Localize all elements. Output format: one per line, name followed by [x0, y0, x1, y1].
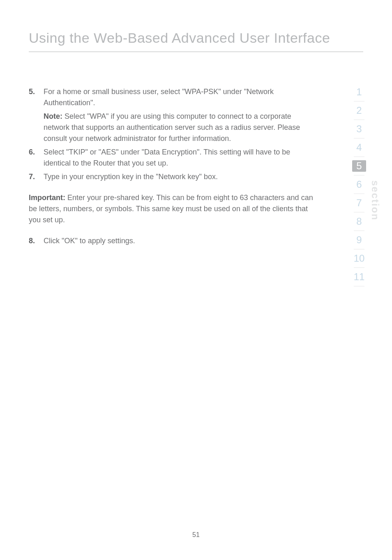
step-8-body: Click "OK" to apply settings.	[44, 235, 316, 247]
section-nav-sep	[354, 212, 364, 212]
section-nav-sep	[354, 157, 364, 157]
step-8: 8. Click "OK" to apply settings.	[29, 235, 316, 247]
page: Using the Web-Based Advanced User Interf…	[0, 0, 392, 560]
section-nav-7[interactable]: 7	[353, 197, 365, 209]
step-8-marker: 8.	[29, 235, 44, 247]
step-7-marker: 7.	[29, 171, 44, 182]
section-nav-sep	[354, 101, 364, 101]
step-5-note-label: Note:	[44, 112, 62, 120]
section-nav-10[interactable]: 10	[353, 253, 365, 264]
section-nav-9[interactable]: 9	[353, 234, 365, 246]
section-nav-3[interactable]: 3	[353, 123, 365, 135]
section-nav-sep	[354, 267, 364, 268]
title-underline	[29, 51, 363, 52]
step-5-body: For a home or small business user, selec…	[44, 86, 316, 144]
step-5: 5. For a home or small business user, se…	[29, 86, 316, 144]
important-paragraph: Important: Enter your pre-shared key. Th…	[29, 192, 316, 226]
step-7-text: Type in your encryption key in the "Netw…	[44, 173, 218, 181]
section-nav-2[interactable]: 2	[353, 105, 365, 116]
section-nav-1[interactable]: 1	[353, 86, 365, 98]
section-nav-sep	[354, 194, 364, 194]
section-nav-sep	[354, 120, 364, 120]
section-nav-sep	[354, 138, 364, 138]
important-label: Important:	[29, 194, 65, 202]
section-nav-11[interactable]: 11	[353, 271, 365, 283]
step-6-marker: 6.	[29, 147, 44, 169]
step-6-text: Select "TKIP" or "AES" under "Data Encry…	[44, 148, 290, 167]
section-vertical-label: section	[369, 180, 381, 221]
section-nav-6[interactable]: 6	[353, 179, 365, 190]
important-text: Enter your pre-shared key. This can be f…	[29, 194, 313, 224]
content-region: 5. For a home or small business user, se…	[29, 86, 316, 249]
step-7-body: Type in your encryption key in the "Netw…	[44, 171, 316, 182]
step-6: 6. Select "TKIP" or "AES" under "Data En…	[29, 147, 316, 169]
section-nav-5-active[interactable]: 5	[352, 160, 366, 172]
step-6-body: Select "TKIP" or "AES" under "Data Encry…	[44, 147, 316, 169]
step-8-text: Click "OK" to apply settings.	[44, 237, 135, 245]
section-nav: 1 2 3 4 5 6 7 8 9 10 11	[350, 86, 368, 290]
section-nav-sep	[354, 286, 364, 286]
step-5-note: Note: Select "WPA" if you are using this…	[44, 111, 316, 144]
step-5-note-text: Select "WPA" if you are using this compu…	[44, 112, 300, 143]
section-vertical-label-container: section	[369, 172, 381, 229]
section-nav-sep	[354, 175, 364, 175]
section-nav-sep	[354, 249, 364, 249]
step-5-text: For a home or small business user, selec…	[44, 88, 274, 107]
page-number: 51	[0, 531, 392, 539]
section-nav-8[interactable]: 8	[353, 216, 365, 227]
step-7: 7. Type in your encryption key in the "N…	[29, 171, 316, 182]
title-region: Using the Web-Based Advanced User Interf…	[29, 30, 363, 52]
section-nav-4[interactable]: 4	[353, 142, 365, 153]
page-title: Using the Web-Based Advanced User Interf…	[29, 30, 330, 50]
step-5-marker: 5.	[29, 86, 44, 144]
section-nav-sep	[354, 230, 364, 231]
